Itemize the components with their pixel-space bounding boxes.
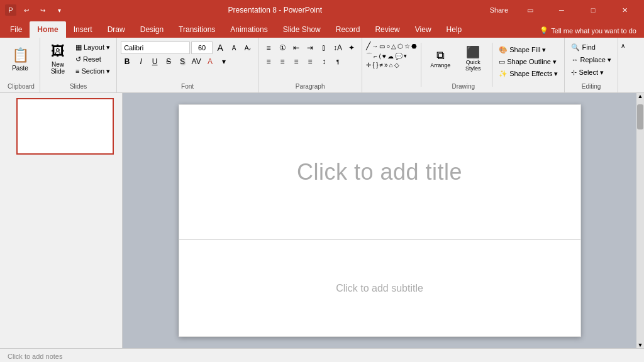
shape-more[interactable]: ▾ — [404, 53, 407, 59]
replace-button[interactable]: ↔ Replace ▾ — [569, 54, 613, 65]
shape-effects-arrow: ▾ — [554, 70, 558, 78]
ribbon-search: 💡 Tell me what you want to do — [532, 26, 644, 38]
shape-brace[interactable]: { } — [372, 62, 378, 69]
shape-triangle[interactable]: △ — [391, 43, 396, 50]
layout-button[interactable]: ▦ Layout ▾ — [73, 41, 113, 53]
paragraph-label: Paragraph — [258, 83, 362, 90]
shape-4[interactable]: ⬡ — [397, 43, 403, 50]
columns-button[interactable]: ⫿ — [318, 41, 330, 54]
shape-chevron[interactable]: » — [384, 62, 388, 69]
scroll-up-button[interactable]: ▲ — [637, 93, 643, 99]
shape-cloud[interactable]: ☁ — [387, 53, 394, 60]
shape-flow[interactable]: ◇ — [394, 62, 399, 69]
slide-subtitle-area[interactable]: Click to add subtitle — [179, 240, 580, 336]
reset-button[interactable]: ↺ Reset — [73, 53, 113, 65]
title-bar: P ↩ ↪ ▾ Presentation 8 - PowerPoint Shar… — [0, 0, 644, 20]
highlight-button[interactable]: ▾ — [218, 55, 230, 68]
shape-oval[interactable]: ○ — [386, 43, 390, 50]
clear-formatting-button[interactable]: Aᵥ — [242, 41, 254, 54]
tab-design[interactable]: Design — [133, 21, 171, 38]
decrease-font-button[interactable]: A — [228, 41, 240, 54]
slide-canvas: Click to add title Click to add subtitle — [179, 104, 581, 337]
shape-rect[interactable]: ▭ — [379, 43, 385, 50]
bullets-button[interactable]: ≡ — [262, 41, 275, 54]
increase-font-button[interactable]: A — [214, 41, 226, 54]
shape-connector[interactable]: ⌐ — [374, 53, 377, 60]
underline-button[interactable]: U — [148, 55, 161, 68]
tab-animations[interactable]: Animations — [223, 21, 275, 38]
shape-fill-button[interactable]: 🎨 Shape Fill ▾ — [496, 44, 560, 55]
tab-home[interactable]: Home — [30, 21, 65, 38]
tab-view[interactable]: View — [408, 21, 439, 38]
strikethrough-button[interactable]: S — [162, 55, 175, 68]
scrollbar-thumb[interactable] — [637, 104, 643, 129]
line-spacing-button[interactable]: ↕ — [318, 55, 330, 68]
text-direction-button[interactable]: ↕A — [331, 41, 344, 54]
share-button[interactable]: Share — [485, 0, 513, 20]
vertical-scrollbar[interactable]: ▲ ▼ — [636, 93, 644, 348]
window-title: Presentation 8 - PowerPoint — [65, 6, 485, 14]
shape-arrow[interactable]: → — [372, 43, 378, 50]
replace-icon: ↔ — [571, 56, 578, 63]
align-right-button[interactable]: ≡ — [290, 55, 303, 68]
tab-draw[interactable]: Draw — [100, 21, 133, 38]
justify-button[interactable]: ≡ — [304, 55, 316, 68]
numbering-button[interactable]: ① — [276, 41, 289, 54]
shape-line[interactable]: ╱ — [366, 41, 370, 50]
slide-1-thumbnail[interactable] — [16, 98, 114, 155]
section-button[interactable]: ≡ Section ▾ — [73, 65, 113, 77]
slide-title-area[interactable]: Click to add title — [179, 105, 580, 240]
shape-ribbon2[interactable]: ⌂ — [389, 62, 393, 69]
decrease-indent-button[interactable]: ⇤ — [290, 41, 303, 54]
increase-indent-button[interactable]: ⇥ — [304, 41, 316, 54]
shape-eq[interactable]: ≠ — [380, 62, 384, 69]
shape-5[interactable]: ☆ — [404, 43, 410, 50]
font-color-button[interactable]: A — [204, 55, 216, 68]
shape-outline-button[interactable]: ▭ Shape Outline ▾ — [496, 56, 560, 67]
find-button[interactable]: 🔍 Find — [569, 41, 597, 53]
tab-record[interactable]: Record — [328, 21, 368, 38]
quick-styles-button[interactable]: ⬛ QuickStyles — [458, 40, 488, 77]
shape-heart[interactable]: ♥ — [382, 53, 386, 60]
paste-button[interactable]: 📋 Paste — [6, 40, 34, 77]
tab-insert[interactable]: Insert — [66, 21, 100, 38]
shape-bracket[interactable]: ⟨ — [379, 53, 381, 60]
shape-plus[interactable]: ✛ — [366, 62, 371, 69]
quick-access-dropdown[interactable]: ▾ — [53, 4, 65, 16]
char-spacing-button[interactable]: AV — [190, 55, 203, 68]
section-icon: ≡ — [75, 67, 79, 75]
layout-icon: ▦ — [75, 43, 82, 52]
redo-button[interactable]: ↪ — [36, 4, 49, 16]
shape-callout[interactable]: 💬 — [395, 53, 402, 60]
paragraph-settings-button[interactable]: ¶ — [331, 55, 344, 68]
close-button[interactable]: ✕ — [610, 0, 639, 20]
tab-transitions[interactable]: Transitions — [171, 21, 223, 38]
tab-help[interactable]: Help — [439, 21, 470, 38]
font-size-selector[interactable] — [191, 41, 213, 54]
shape-effects-button[interactable]: ✨ Shape Effects ▾ — [496, 68, 560, 79]
tab-file[interactable]: File — [3, 21, 30, 38]
smart-art-button[interactable]: ✦ — [345, 41, 358, 54]
arrange-button[interactable]: ⧉ Arrange — [425, 40, 455, 77]
select-button[interactable]: ⊹ Select ▾ — [569, 67, 606, 78]
new-slide-button[interactable]: 🖼 NewSlide — [44, 40, 72, 77]
shape-curve[interactable]: ⌒ — [366, 52, 372, 60]
restore-ribbon-button[interactable]: ▭ — [516, 0, 545, 20]
shape-fill-label: Shape Fill — [509, 46, 540, 53]
italic-button[interactable]: I — [135, 55, 147, 68]
shape-6[interactable]: ⬣ — [411, 43, 417, 50]
bold-button[interactable]: B — [121, 55, 133, 68]
scroll-down-button[interactable]: ▼ — [637, 342, 643, 348]
font-name-selector[interactable] — [121, 41, 190, 54]
shadow-button[interactable]: S — [176, 55, 189, 68]
tab-slideshow[interactable]: Slide Show — [275, 21, 328, 38]
align-center-button[interactable]: ≡ — [276, 55, 289, 68]
font-label: Font — [117, 83, 258, 90]
restore-button[interactable]: □ — [579, 0, 608, 20]
notes-bar[interactable]: Click to add notes — [0, 348, 644, 362]
minimize-button[interactable]: ─ — [547, 0, 576, 20]
tab-review[interactable]: Review — [367, 21, 407, 38]
collapse-ribbon-button[interactable]: ∧ — [618, 40, 628, 50]
align-left-button[interactable]: ≡ — [262, 55, 275, 68]
undo-button[interactable]: ↩ — [20, 4, 33, 16]
